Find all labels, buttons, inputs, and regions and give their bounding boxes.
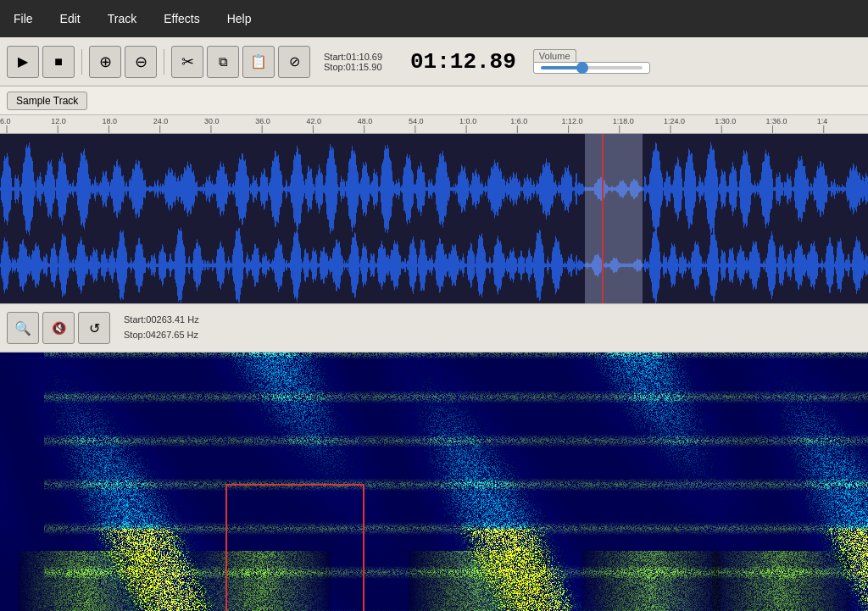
play-button[interactable]: ▶ [7,46,39,78]
waveform-area[interactable] [0,134,868,303]
stop-button[interactable]: ■ [42,46,75,78]
separator-1 [81,49,82,75]
current-time-display: 01:12.89 [410,49,516,75]
mute-button[interactable]: ⊘ [278,46,310,78]
volume-slider[interactable] [541,66,643,69]
freq-stop: Stop:04267.65 Hz [124,328,199,343]
spectrogram-canvas [0,353,868,611]
start-time: Start:01:10.69 [324,52,400,62]
bottom-toolbar: 🔍 🔇 ↺ Start:00263.41 Hz Stop:04267.65 Hz [0,303,868,353]
menu-edit[interactable]: Edit [53,8,87,29]
paste-button[interactable]: 📋 [242,46,275,78]
freq-display: Start:00263.41 Hz Stop:04267.65 Hz [124,313,199,342]
cut-button[interactable]: ✂ [171,46,203,78]
menubar: File Edit Track Effects Help [0,0,868,37]
track-name-button[interactable]: Sample Track [7,92,87,110]
separator-2 [164,49,164,75]
track-header: Sample Track [0,86,868,115]
stop-time: Stop:01:15.90 [324,62,400,72]
ruler [0,115,868,134]
menu-help[interactable]: Help [220,8,259,29]
audio-output-button[interactable]: 🔇 [42,312,75,344]
spectrogram-area[interactable] [0,353,868,611]
menu-file[interactable]: File [7,8,40,29]
volume-control: Volume [533,49,650,74]
menu-effects[interactable]: Effects [157,8,207,29]
zoom-in-button[interactable]: ⊕ [89,46,121,78]
zoom-out-button[interactable]: ⊖ [125,46,157,78]
time-display: Start:01:10.69 Stop:01:15.90 [324,52,400,72]
waveform-canvas [0,134,868,303]
menu-track[interactable]: Track [101,8,143,29]
volume-label: Volume [533,49,576,62]
reset-button[interactable]: ↺ [78,312,110,344]
freq-start: Start:00263.41 Hz [124,313,199,328]
volume-slider-container [533,62,650,74]
copy-button[interactable]: ⧉ [207,46,239,78]
spectrogram-zoom-button[interactable]: 🔍 [7,312,39,344]
ruler-canvas [0,115,868,134]
toolbar: ▶ ■ ⊕ ⊖ ✂ ⧉ 📋 ⊘ Start:01:10.69 Stop:01:1… [0,37,868,86]
